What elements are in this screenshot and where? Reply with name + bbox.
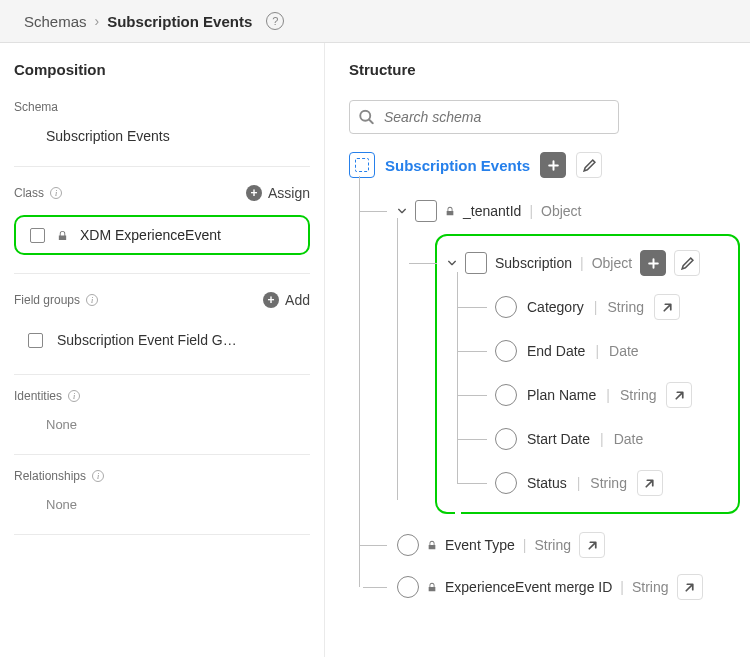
checkbox[interactable] — [30, 228, 45, 243]
search-icon — [359, 110, 374, 125]
chevron-down-icon[interactable] — [397, 206, 407, 216]
lock-icon — [427, 582, 437, 592]
field-groups-section-label: Field groups i — [14, 293, 98, 307]
tree-node-end-date[interactable]: End Date | Date — [495, 330, 728, 372]
node-field-icon — [397, 534, 419, 556]
node-object-icon — [465, 252, 487, 274]
chevron-right-icon: › — [95, 13, 100, 29]
node-field-icon — [495, 428, 517, 450]
node-field-icon — [495, 340, 517, 362]
breadcrumb-root[interactable]: Schemas — [24, 13, 87, 30]
help-icon[interactable]: ? — [266, 12, 284, 30]
lock-icon — [57, 230, 68, 241]
class-item-xdm-experienceevent[interactable]: XDM ExperienceEvent — [14, 215, 310, 255]
tree-node-category[interactable]: Category | String — [495, 284, 728, 330]
link-out-icon[interactable] — [677, 574, 703, 600]
tree-root-label[interactable]: Subscription Events — [385, 157, 530, 174]
node-field-icon — [495, 384, 517, 406]
info-icon[interactable]: i — [50, 187, 62, 199]
breadcrumb: Schemas › Subscription Events ? — [0, 0, 750, 43]
tree-branch-root: _tenantId | Object Subscription | Object — [359, 192, 740, 608]
node-object-icon — [415, 200, 437, 222]
add-field-button[interactable] — [640, 250, 666, 276]
node-field-icon — [397, 576, 419, 598]
lock-icon — [427, 540, 437, 550]
info-icon[interactable]: i — [68, 390, 80, 402]
subscription-highlight: Subscription | Object Category — [435, 234, 740, 514]
checkbox[interactable] — [28, 333, 43, 348]
composition-title: Composition — [14, 61, 310, 78]
tree-node-plan-name[interactable]: Plan Name | String — [495, 372, 728, 418]
search-box — [349, 100, 619, 134]
field-group-item[interactable]: Subscription Event Field G… — [14, 320, 310, 360]
link-out-icon[interactable] — [579, 532, 605, 558]
assign-class-button[interactable]: + Assign — [246, 185, 310, 201]
node-field-icon — [495, 472, 517, 494]
field-group-name: Subscription Event Field G… — [57, 332, 237, 348]
schema-section-label: Schema — [14, 100, 310, 114]
tree-node-event-type[interactable]: Event Type | String — [397, 524, 740, 566]
schema-name[interactable]: Subscription Events — [14, 114, 310, 158]
info-icon[interactable]: i — [86, 294, 98, 306]
identities-none: None — [14, 403, 310, 446]
tree-node-status[interactable]: Status | String — [495, 460, 728, 506]
node-field-icon — [495, 296, 517, 318]
link-out-icon[interactable] — [637, 470, 663, 496]
schema-tree: Subscription Events _tenantId | Object — [349, 152, 740, 608]
edit-button[interactable] — [576, 152, 602, 178]
search-input[interactable] — [349, 100, 619, 134]
plus-icon: + — [246, 185, 262, 201]
tree-node-merge-id[interactable]: ExperienceEvent merge ID | String — [397, 566, 740, 608]
tree-root-toggle[interactable] — [349, 152, 375, 178]
relationships-none: None — [14, 483, 310, 526]
link-out-icon[interactable] — [666, 382, 692, 408]
add-field-group-button[interactable]: + Add — [263, 292, 310, 308]
identities-section-label: Identities i — [14, 389, 310, 403]
chevron-down-icon[interactable] — [447, 258, 457, 268]
plus-icon: + — [263, 292, 279, 308]
breadcrumb-current: Subscription Events — [107, 13, 252, 30]
class-section-label: Class i — [14, 186, 62, 200]
class-name: XDM ExperienceEvent — [80, 227, 221, 243]
link-out-icon[interactable] — [654, 294, 680, 320]
info-icon[interactable]: i — [92, 470, 104, 482]
add-field-button[interactable] — [540, 152, 566, 178]
lock-icon — [445, 206, 455, 216]
tree-node-start-date[interactable]: Start Date | Date — [495, 418, 728, 460]
structure-title: Structure — [349, 61, 740, 78]
composition-panel: Composition Schema Subscription Events C… — [0, 43, 325, 657]
tree-node-tenantid[interactable]: _tenantId | Object — [397, 192, 740, 230]
relationships-section-label: Relationships i — [14, 469, 310, 483]
subscription-fields: Category | String End Date | Date — [447, 284, 728, 506]
edit-button[interactable] — [674, 250, 700, 276]
tree-node-subscription[interactable]: Subscription | Object — [447, 244, 728, 282]
structure-panel: Structure Subscription Events _tenantId — [325, 43, 750, 657]
